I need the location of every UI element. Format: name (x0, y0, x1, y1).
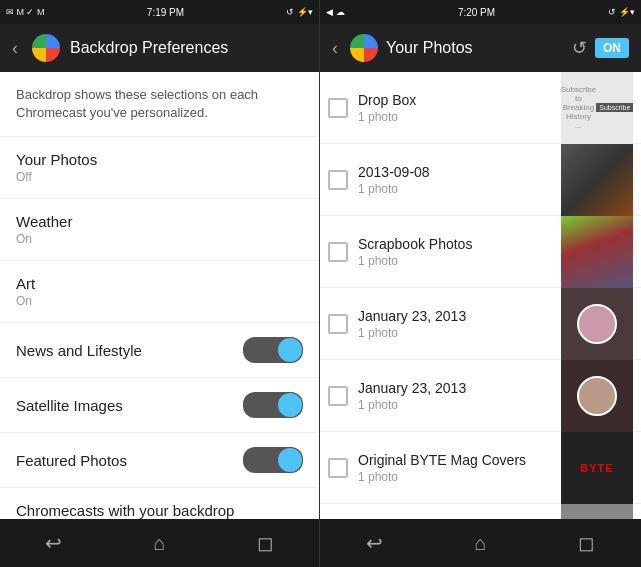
2013-09-08-thumb (561, 144, 633, 216)
2013-09-08-count: 1 photo (358, 182, 551, 196)
menu-item-featured-photos[interactable]: Featured Photos ON (0, 433, 319, 488)
menu-item-satellite[interactable]: Satellite Images ON (0, 378, 319, 433)
photo-item-2013-09-08[interactable]: 2013-09-08 1 photo (320, 144, 641, 216)
right-chromecast-logo (350, 34, 378, 62)
byte-name: Original BYTE Mag Covers (358, 452, 551, 468)
photo-item-jan-2013-1[interactable]: January 23, 2013 1 photo (320, 288, 641, 360)
photo-item-scrapbook[interactable]: Scrapbook Photos 1 photo (320, 216, 641, 288)
menu-item-your-photos[interactable]: Your Photos Off (0, 137, 319, 199)
dropbox-checkbox[interactable] (328, 98, 348, 118)
right-status-right-icons: ↺ ⚡▾ (608, 7, 635, 17)
chromecasts-label: Chromecasts with your backdrop (16, 502, 234, 519)
featured-photos-label: Featured Photos (16, 452, 127, 469)
left-panel-content: Backdrop shows these selections on each … (0, 72, 319, 519)
featured-photos-knob (278, 448, 302, 472)
scrapbook-count: 1 photo (358, 254, 551, 268)
photo-item-dropbox[interactable]: Drop Box 1 photo Subscribe to Breaking H… (320, 72, 641, 144)
right-status-time: 7:20 PM (458, 7, 495, 18)
chromecast-logo (32, 34, 60, 62)
your-photos-sublabel: Off (16, 170, 97, 184)
photo-item-june-2011[interactable]: June 30, 2011 (320, 504, 641, 519)
jan-2013-1-name: January 23, 2013 (358, 308, 551, 324)
left-panel-title: Backdrop Preferences (70, 39, 228, 57)
jan-2013-2-count: 1 photo (358, 398, 551, 412)
byte-thumb: BYTE (561, 432, 633, 504)
left-back-arrow[interactable]: ‹ (12, 38, 18, 59)
menu-item-art[interactable]: Art On (0, 261, 319, 323)
satellite-toggle[interactable]: ON (243, 392, 303, 418)
right-panel-header: ‹ Your Photos ↺ ON (320, 24, 641, 72)
your-photos-label: Your Photos (16, 151, 97, 168)
byte-checkbox[interactable] (328, 458, 348, 478)
menu-item-chromecasts[interactable]: Chromecasts with your backdrop (0, 488, 319, 519)
featured-photos-toggle[interactable]: ON (243, 447, 303, 473)
scrapbook-thumb (561, 216, 633, 288)
june-2011-thumb (561, 504, 633, 520)
jan-2013-1-checkbox[interactable] (328, 314, 348, 334)
left-status-bar: ✉ M ✓ M 7:19 PM ↺ ⚡▾ (0, 0, 320, 24)
right-panel: ‹ Your Photos ↺ ON Drop Box 1 photo Subs… (320, 24, 641, 567)
on-badge: ON (595, 38, 629, 58)
left-status-right-icons: ↺ ⚡▾ (286, 7, 313, 17)
left-status-icons: ✉ M ✓ M (6, 7, 45, 17)
right-back-button[interactable]: ↩ (366, 531, 383, 555)
art-sublabel: On (16, 294, 35, 308)
news-lifestyle-knob (278, 338, 302, 362)
left-home-button[interactable]: ⌂ (153, 532, 165, 555)
scrapbook-name: Scrapbook Photos (358, 236, 551, 252)
right-status-left-icon: ◀ ☁ (326, 7, 345, 17)
right-recents-button[interactable]: ◻ (578, 531, 595, 555)
left-panel: ‹ Backdrop Preferences Backdrop shows th… (0, 24, 320, 567)
dropbox-name: Drop Box (358, 92, 551, 108)
byte-count: 1 photo (358, 470, 551, 484)
photo-item-jan-2013-2[interactable]: January 23, 2013 1 photo (320, 360, 641, 432)
2013-09-08-checkbox[interactable] (328, 170, 348, 190)
jan-2013-2-name: January 23, 2013 (358, 380, 551, 396)
right-status-bar: ◀ ☁ 7:20 PM ↺ ⚡▾ (320, 0, 641, 24)
left-panel-header: ‹ Backdrop Preferences (0, 24, 319, 72)
dropbox-count: 1 photo (358, 110, 551, 124)
weather-sublabel: On (16, 232, 72, 246)
jan-2013-1-thumb (561, 288, 633, 360)
satellite-knob (278, 393, 302, 417)
dropbox-thumb: Subscribe to Breaking History...Subscrib… (561, 72, 633, 144)
jan-2013-2-thumb (561, 360, 633, 432)
description-text: Backdrop shows these selections on each … (0, 72, 319, 137)
photos-list: Drop Box 1 photo Subscribe to Breaking H… (320, 72, 641, 519)
left-recents-button[interactable]: ◻ (257, 531, 274, 555)
right-panel-title: Your Photos (386, 39, 564, 57)
refresh-icon[interactable]: ↺ (572, 37, 587, 59)
menu-item-weather[interactable]: Weather On (0, 199, 319, 261)
right-back-arrow[interactable]: ‹ (332, 38, 338, 59)
menu-item-news-lifestyle[interactable]: News and Lifestyle ON (0, 323, 319, 378)
weather-label: Weather (16, 213, 72, 230)
art-label: Art (16, 275, 35, 292)
jan-2013-1-count: 1 photo (358, 326, 551, 340)
news-lifestyle-label: News and Lifestyle (16, 342, 142, 359)
satellite-label: Satellite Images (16, 397, 123, 414)
2013-09-08-name: 2013-09-08 (358, 164, 551, 180)
right-nav-bar: ↩ ⌂ ◻ (320, 519, 641, 567)
left-status-time: 7:19 PM (147, 7, 184, 18)
left-nav-bar: ↩ ⌂ ◻ (0, 519, 319, 567)
scrapbook-checkbox[interactable] (328, 242, 348, 262)
photo-item-byte[interactable]: Original BYTE Mag Covers 1 photo BYTE (320, 432, 641, 504)
jan-2013-2-checkbox[interactable] (328, 386, 348, 406)
left-back-button[interactable]: ↩ (45, 531, 62, 555)
right-home-button[interactable]: ⌂ (474, 532, 486, 555)
news-lifestyle-toggle[interactable]: ON (243, 337, 303, 363)
